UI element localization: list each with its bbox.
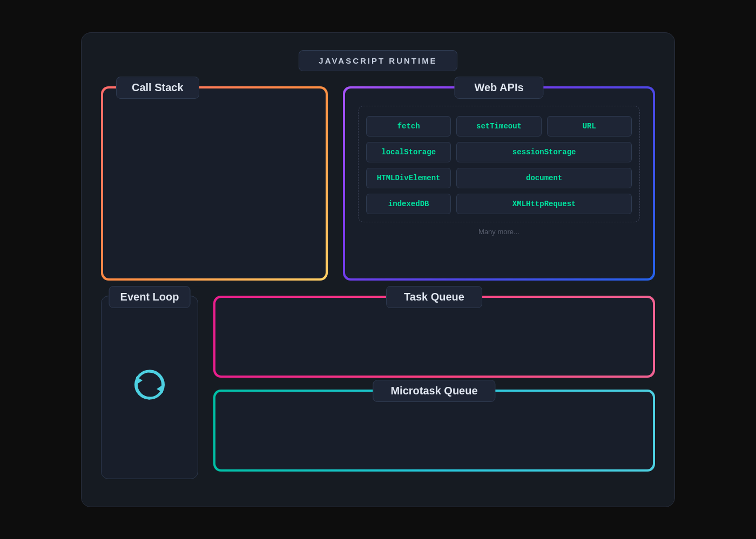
web-apis-label: Web APIs <box>454 77 543 99</box>
task-queue-wrapper: Task Queue <box>213 296 655 378</box>
api-grid: fetch setTimeout URL localStorage sessio… <box>358 106 640 222</box>
api-item-url: URL <box>547 116 632 137</box>
api-item-fetch: fetch <box>366 116 451 137</box>
queues-wrapper: Task Queue Microtask Queue <box>213 296 655 479</box>
web-apis-box: fetch setTimeout URL localStorage sessio… <box>343 86 655 281</box>
top-row: Call Stack Web APIs fetch setTimeout URL… <box>101 86 655 281</box>
svg-marker-1 <box>157 385 163 393</box>
call-stack-wrapper: Call Stack <box>101 86 328 281</box>
event-loop-box <box>101 296 198 479</box>
api-item-htmldivelement: HTMLDivElement <box>366 168 451 188</box>
microtask-queue-wrapper: Microtask Queue <box>213 390 655 472</box>
api-item-localstorage: localStorage <box>366 142 451 162</box>
event-loop-wrapper: Event Loop <box>101 296 198 479</box>
call-stack-inner <box>103 88 326 278</box>
refresh-icon <box>131 366 168 408</box>
api-item-indexeddb: indexedDB <box>366 194 451 214</box>
task-queue-inner <box>215 298 653 376</box>
web-apis-wrapper: Web APIs fetch setTimeout URL localStora… <box>343 86 655 281</box>
event-loop-label: Event Loop <box>109 286 191 308</box>
microtask-queue-inner <box>215 392 653 469</box>
task-queue-label: Task Queue <box>386 286 482 308</box>
bottom-row: Event Loop Task Queue <box>101 296 655 479</box>
api-item-xmlhttprequest: XMLHttpRequest <box>456 194 632 214</box>
runtime-title: JAVASCRIPT RUNTIME <box>299 50 457 71</box>
api-item-settimeout: setTimeout <box>456 116 541 137</box>
microtask-queue-label: Microtask Queue <box>373 380 495 402</box>
web-apis-inner: fetch setTimeout URL localStorage sessio… <box>345 88 653 278</box>
api-more-text: Many more... <box>358 228 640 236</box>
api-item-document: document <box>456 168 632 188</box>
api-item-sessionstorage: sessionStorage <box>456 142 632 162</box>
runtime-container: JAVASCRIPT RUNTIME Call Stack Web APIs f… <box>81 32 675 507</box>
call-stack-label: Call Stack <box>116 77 199 99</box>
call-stack-box <box>101 86 328 281</box>
runtime-title-wrap: JAVASCRIPT RUNTIME <box>101 50 655 71</box>
